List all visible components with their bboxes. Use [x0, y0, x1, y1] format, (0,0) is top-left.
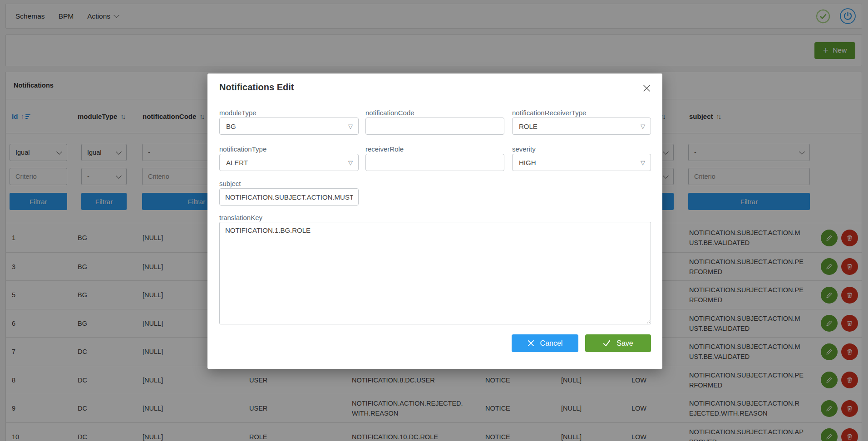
- field-label-subject: subject: [219, 180, 241, 187]
- moduleType-select[interactable]: BG▽: [219, 118, 359, 135]
- field-label-moduleType: moduleType: [219, 109, 256, 117]
- cancel-button[interactable]: Cancel: [512, 334, 578, 352]
- dropdown-triangle-icon: ▽: [641, 159, 645, 166]
- notifications-edit-modal: Notifications Edit moduleTypeBG▽notifica…: [207, 74, 662, 369]
- select-value: HIGH: [519, 159, 536, 167]
- modal-title: Notifications Edit: [219, 82, 294, 93]
- field-label-severity: severity: [512, 145, 536, 153]
- subject-field[interactable]: [219, 188, 359, 206]
- select-value: BG: [226, 122, 236, 130]
- select-value: ROLE: [519, 122, 538, 130]
- field-label-notificationCode: notificationCode: [365, 109, 414, 117]
- check-icon: [603, 340, 611, 347]
- severity-select[interactable]: HIGH▽: [512, 154, 651, 171]
- close-icon: [528, 340, 534, 347]
- select-value: ALERT: [226, 159, 248, 167]
- field-label-notificationReceiverType: notificationReceiverType: [512, 109, 586, 117]
- notificationCode-field[interactable]: [365, 118, 504, 135]
- dropdown-triangle-icon: ▽: [348, 159, 353, 166]
- notificationType-select[interactable]: ALERT▽: [219, 154, 359, 171]
- dropdown-triangle-icon: ▽: [348, 123, 353, 130]
- receiverRole-field[interactable]: [365, 154, 504, 171]
- save-button[interactable]: Save: [585, 334, 651, 352]
- dropdown-triangle-icon: ▽: [641, 123, 645, 130]
- field-label-receiverRole: receiverRole: [365, 145, 404, 153]
- save-button-label: Save: [616, 339, 633, 348]
- notificationReceiverType-select[interactable]: ROLE▽: [512, 118, 651, 135]
- translationKey-textarea[interactable]: [219, 222, 651, 324]
- field-label-notificationType: notificationType: [219, 145, 266, 153]
- field-label-translationKey: translationKey: [219, 214, 262, 221]
- cancel-button-label: Cancel: [540, 339, 563, 348]
- close-icon[interactable]: [641, 83, 651, 93]
